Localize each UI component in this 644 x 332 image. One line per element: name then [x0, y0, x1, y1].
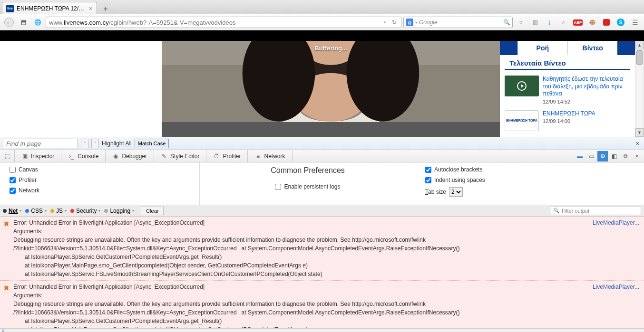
console-filter-bar: Net▾ CSS▾ JS▾ Security▾ Logging▾ Clear 🔍… [0, 205, 644, 217]
console-error: ✖ LiveMediaPlayer... Error: Unhandled Er… [0, 281, 644, 328]
sidebar-button[interactable]: ▤ [17, 16, 29, 28]
filter-css[interactable]: CSS▾ [25, 208, 47, 214]
check-profiler[interactable]: Profiler [10, 177, 190, 183]
error-stack-line: at IstoikonaPlayer.MainPage.smo_GetClien… [13, 325, 640, 328]
url-bar[interactable]: www.livenews.com.cy/cgibin/hweb?-A=59251… [46, 17, 401, 28]
error-source-link[interactable]: LiveMediaPlayer... [593, 283, 639, 291]
error-icon: ✖ [4, 219, 10, 225]
console-output[interactable]: ✖ LiveMediaPlayer... Error: Unhandled Er… [0, 217, 644, 328]
check-canvas[interactable]: Canvas [10, 166, 190, 173]
addon-button-1[interactable]: 🐵 [586, 16, 598, 28]
tab-profiler[interactable]: ⏱Profiler [206, 150, 248, 162]
devtools-tabs: ⬚ ▣Inspector ›_Console ◉Debugger ✎Style … [0, 150, 644, 162]
site-header-bar [0, 30, 644, 41]
check-indent-spaces[interactable]: Indent using spaces [425, 177, 634, 183]
scroll-down-button[interactable]: ▼ [635, 128, 644, 137]
chevron-down-icon[interactable]: ▾ [415, 20, 417, 25]
video-player[interactable]: Buffering... [162, 41, 500, 137]
split-console-button[interactable]: ▬ [575, 151, 585, 161]
responsive-button[interactable]: ▭ [586, 151, 596, 161]
dock-side-button[interactable]: ◧ [609, 151, 619, 161]
back-button[interactable]: ← [3, 16, 15, 28]
prefs-left-column: Canvas Profiler Network [0, 162, 200, 205]
scroll-up-button[interactable]: ▲ [635, 41, 644, 49]
tab-network[interactable]: ≡Network [248, 150, 292, 162]
left-gap [0, 41, 74, 137]
check-autoclose[interactable]: Autoclose brackets [425, 166, 634, 173]
buffering-label: Buffering... [314, 45, 347, 52]
filter-logging[interactable]: Logging▾ [104, 208, 134, 214]
bookmarks-icon: ▥ [533, 19, 538, 26]
highlight-all-toggle[interactable]: Highlight All [102, 140, 132, 147]
menu-button[interactable]: ☰ [629, 16, 641, 28]
play-icon [517, 81, 527, 91]
search-placeholder: Google [419, 19, 501, 26]
scroll-thumb[interactable] [636, 50, 643, 65]
tab-console[interactable]: ›_Console [61, 150, 106, 162]
page-content: Buffering... Ροή Βίντεο Τελευταία Βίντεο… [0, 41, 644, 137]
video-link[interactable]: ΕΝΗΜΕΡΩΣΗ ΤΩΡΑ [543, 110, 630, 118]
prefs-title: Common Preferences [271, 166, 345, 175]
network-icon: ≡ [254, 153, 261, 160]
tab-inspector[interactable]: ▣Inspector [15, 150, 61, 162]
browser-tab[interactable]: live ΕΝΗΜΕΡΩΣΗ ΤΩΡΑ 12/09/... × [2, 2, 97, 14]
bookmarks-button[interactable]: ▥ [529, 16, 541, 28]
search-icon[interactable]: 🔍 [503, 19, 510, 26]
find-input[interactable] [3, 139, 78, 148]
skype-button[interactable]: S [615, 16, 627, 28]
globe-icon: 🌐 [34, 19, 41, 26]
favicon-icon: live [6, 5, 14, 12]
match-case-toggle[interactable]: Match Case [135, 139, 169, 148]
tabsize-label: Tab size [425, 189, 446, 195]
video-thumb [505, 76, 539, 96]
settings-button[interactable]: ⚙ [597, 151, 608, 161]
sidebar-scrollbar[interactable]: ▲ ▼ [635, 41, 644, 137]
tabsize-select[interactable]: 2 [449, 187, 463, 197]
dropdown-icon[interactable]: ▾ [381, 19, 389, 26]
search-icon: 🔍 [553, 208, 560, 214]
clear-button[interactable]: Clear [141, 207, 164, 215]
sidebar-items: Καθηγητής έδωσε την τελευταία του διάλεξ… [500, 70, 635, 137]
sidebar-tabs: Ροή Βίντεο [500, 41, 635, 55]
video-item[interactable]: ΕΝΗΜΕΡΩΣΗ ΤΩΡΑ ΕΝΗΜΕΡΩΣΗ ΤΩΡΑ 12/09 14:0… [505, 107, 630, 134]
filter-output-input[interactable]: 🔍 Filter output [551, 207, 641, 215]
check-network[interactable]: Network [10, 187, 190, 194]
red-badge-icon [603, 19, 610, 26]
sidebar-tab-video[interactable]: Βίντεο [568, 41, 617, 55]
filter-net[interactable]: Net▾ [3, 208, 21, 214]
addon-button-2[interactable] [600, 16, 613, 28]
find-close-button[interactable]: × [634, 140, 641, 147]
error-source-link[interactable]: LiveMediaPlayer... [593, 218, 639, 227]
filter-js[interactable]: JS▾ [50, 208, 67, 214]
sidebar-heading: Τελευταία Βίντεο [505, 55, 630, 70]
scroll-track[interactable] [635, 49, 644, 128]
dock-window-button[interactable]: ⧉ [620, 151, 631, 161]
filter-security[interactable]: Security▾ [70, 208, 100, 214]
bookmark-star-button[interactable]: ☆ [515, 16, 527, 28]
video-link[interactable]: Καθηγητής έδωσε την τελευταία του διάλεξ… [543, 76, 630, 98]
console-input-handle[interactable]: » [0, 328, 644, 332]
find-prev-button[interactable]: ˄ [81, 139, 88, 148]
reload-icon[interactable]: ↻ [390, 19, 398, 26]
video-thumb: ΕΝΗΜΕΡΩΣΗ ΤΩΡΑ [505, 110, 539, 131]
devtools-close-button[interactable]: × [632, 151, 642, 161]
sidebar-tab-feed[interactable]: Ροή [517, 41, 568, 55]
devtools-right-buttons: ▬ ▭ ⚙ ◧ ⧉ × [575, 150, 644, 162]
find-next-button[interactable]: ˅ [91, 139, 99, 148]
new-tab-button[interactable]: + [100, 4, 111, 14]
tab-debugger[interactable]: ◉Debugger [106, 150, 154, 162]
check-persist-logs[interactable]: Enable persistent logs [275, 183, 340, 190]
adblock-button[interactable]: ABP [572, 16, 584, 28]
error-args-label: Arguments: [13, 227, 640, 236]
video-item[interactable]: Καθηγητής έδωσε την τελευταία του διάλεξ… [505, 73, 630, 107]
google-icon: g [406, 19, 413, 26]
home-button[interactable]: ⌂ [557, 16, 570, 28]
pick-element-button[interactable]: ⬚ [0, 150, 15, 162]
find-bar: ˄ ˅ Highlight All Match Case × [0, 137, 644, 150]
debugger-icon: ◉ [112, 153, 119, 160]
identity-button[interactable]: 🌐 [31, 16, 44, 28]
tab-style-editor[interactable]: ✎Style Editor [154, 150, 206, 162]
search-bar[interactable]: g ▾ Google 🔍 [403, 17, 513, 28]
downloads-button[interactable]: ↓ [543, 16, 556, 28]
close-tab-icon[interactable]: × [89, 5, 93, 12]
